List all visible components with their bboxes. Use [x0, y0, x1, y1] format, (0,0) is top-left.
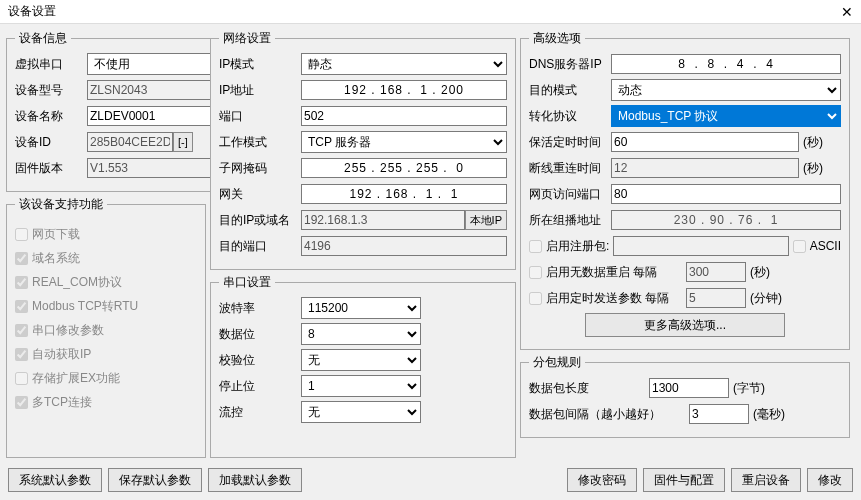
dns-field[interactable]	[611, 54, 841, 74]
close-icon[interactable]: ✕	[841, 4, 853, 20]
reconnect-field	[611, 158, 799, 178]
feature-checkbox	[15, 252, 28, 265]
feature-item: 串口修改参数	[15, 322, 197, 339]
window-title: 设备设置	[8, 3, 56, 20]
feature-checkbox	[15, 324, 28, 337]
id-field	[87, 132, 173, 152]
regpkt-label: 启用注册包:	[546, 238, 609, 255]
sec-unit3: (秒)	[750, 264, 788, 281]
sec-unit2: (秒)	[803, 160, 841, 177]
min-unit: (分钟)	[750, 290, 788, 307]
reboot-button[interactable]: 重启设备	[731, 468, 801, 492]
parity-select[interactable]: 无	[301, 349, 421, 371]
feature-label: 域名系统	[32, 251, 80, 265]
id-collapse-button[interactable]: [-]	[173, 132, 193, 152]
loaddef-button[interactable]: 加载默认参数	[208, 468, 302, 492]
model-label: 设备型号	[15, 82, 87, 99]
feature-label: Modbus TCP转RTU	[32, 299, 138, 313]
stopbits-label: 停止位	[219, 378, 301, 395]
feature-checkbox	[15, 228, 28, 241]
destip-label: 目的IP或域名	[219, 212, 301, 229]
byte-unit: (字节)	[733, 380, 771, 397]
feature-item: 存储扩展EX功能	[15, 370, 197, 387]
pktlen-label: 数据包长度	[529, 380, 649, 397]
feature-label: 多TCP连接	[32, 395, 92, 409]
destmode-select[interactable]: 动态	[611, 79, 841, 101]
mcast-field	[611, 210, 841, 230]
stopbits-select[interactable]: 1	[301, 375, 421, 397]
id-label: 设备ID	[15, 134, 87, 151]
ipmode-select[interactable]: 静态	[301, 53, 507, 75]
databits-select[interactable]: 8	[301, 323, 421, 345]
ip-field[interactable]	[301, 80, 507, 100]
features-group: 该设备支持功能 网页下载域名系统REAL_COM协议Modbus TCP转RTU…	[6, 196, 206, 458]
fw-label: 固件版本	[15, 160, 87, 177]
feature-item: REAL_COM协议	[15, 274, 197, 291]
regpkt-field	[613, 236, 788, 256]
packet-group: 分包规则 数据包长度(字节) 数据包间隔（越小越好）(毫秒)	[520, 354, 850, 438]
feature-label: 自动获取IP	[32, 347, 91, 361]
nodata-field	[686, 262, 746, 282]
nodata-checkbox	[529, 266, 542, 279]
webport-field[interactable]	[611, 184, 841, 204]
destip-field	[301, 210, 465, 230]
feature-checkbox	[15, 372, 28, 385]
gw-label: 网关	[219, 186, 301, 203]
packet-legend: 分包规则	[529, 354, 585, 371]
feature-label: 网页下载	[32, 227, 80, 241]
fwcfg-button[interactable]: 固件与配置	[643, 468, 725, 492]
databits-label: 数据位	[219, 326, 301, 343]
destport-label: 目的端口	[219, 238, 301, 255]
localip-button[interactable]: 本地IP	[465, 210, 507, 230]
flow-select[interactable]: 无	[301, 401, 421, 423]
proto-label: 转化协议	[529, 108, 611, 125]
ascii-label: ASCII	[810, 239, 841, 253]
feature-checkbox	[15, 396, 28, 409]
ascii-checkbox	[793, 240, 806, 253]
pktgap-field[interactable]	[689, 404, 749, 424]
network-legend: 网络设置	[219, 30, 275, 47]
port-field[interactable]	[301, 106, 507, 126]
feature-item: Modbus TCP转RTU	[15, 298, 197, 315]
mask-field[interactable]	[301, 158, 507, 178]
reconnect-label: 断线重连时间	[529, 160, 611, 177]
mask-label: 子网掩码	[219, 160, 301, 177]
workmode-label: 工作模式	[219, 134, 301, 151]
features-legend: 该设备支持功能	[15, 196, 107, 213]
keepalive-field[interactable]	[611, 132, 799, 152]
modify-button[interactable]: 修改	[807, 468, 853, 492]
destport-field	[301, 236, 507, 256]
flow-label: 流控	[219, 404, 301, 421]
gw-field[interactable]	[301, 184, 507, 204]
feature-label: REAL_COM协议	[32, 275, 122, 289]
baud-label: 波特率	[219, 300, 301, 317]
chpwd-button[interactable]: 修改密码	[567, 468, 637, 492]
feature-checkbox	[15, 348, 28, 361]
pktgap-label: 数据包间隔（越小越好）	[529, 406, 689, 423]
feature-item: 网页下载	[15, 226, 197, 243]
ms-unit: (毫秒)	[753, 406, 791, 423]
feature-checkbox	[15, 300, 28, 313]
pktlen-field[interactable]	[649, 378, 729, 398]
sysdef-button[interactable]: 系统默认参数	[8, 468, 102, 492]
vcom-label: 虚拟串口	[15, 56, 87, 73]
name-label: 设备名称	[15, 108, 87, 125]
baud-select[interactable]: 115200	[301, 297, 421, 319]
sec-unit: (秒)	[803, 134, 841, 151]
timed-field	[686, 288, 746, 308]
parity-label: 校验位	[219, 352, 301, 369]
network-group: 网络设置 IP模式静态 IP地址 端口 工作模式TCP 服务器 子网掩码 网关 …	[210, 30, 516, 270]
keepalive-label: 保活定时时间	[529, 134, 611, 151]
feature-item: 多TCP连接	[15, 394, 197, 411]
timed-checkbox	[529, 292, 542, 305]
regpkt-checkbox	[529, 240, 542, 253]
port-label: 端口	[219, 108, 301, 125]
advanced-group: 高级选项 DNS服务器IP 目的模式动态 转化协议Modbus_TCP 协议 保…	[520, 30, 850, 350]
webport-label: 网页访问端口	[529, 186, 611, 203]
savedef-button[interactable]: 保存默认参数	[108, 468, 202, 492]
proto-select[interactable]: Modbus_TCP 协议	[611, 105, 841, 127]
advanced-legend: 高级选项	[529, 30, 585, 47]
device-info-legend: 设备信息	[15, 30, 71, 47]
workmode-select[interactable]: TCP 服务器	[301, 131, 507, 153]
more-advanced-button[interactable]: 更多高级选项...	[585, 313, 785, 337]
